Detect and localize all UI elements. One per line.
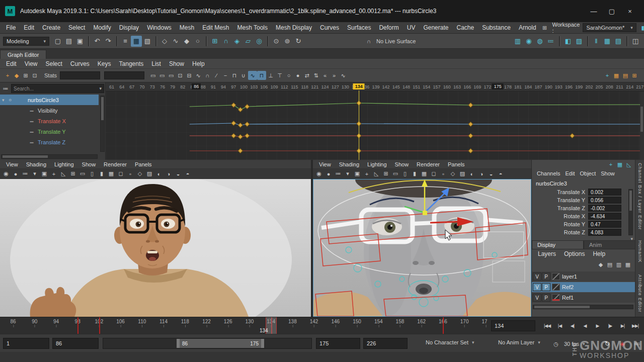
bookmarks-icon[interactable]: ▾ bbox=[30, 169, 39, 178]
playback-end-field[interactable] bbox=[316, 338, 360, 349]
texture-view-icon[interactable]: ▨ bbox=[574, 36, 585, 47]
menu-item[interactable]: Generate bbox=[419, 24, 452, 31]
break-tangents-icon[interactable]: ⊥ bbox=[266, 71, 275, 80]
snap-to-plane-icon[interactable]: ▱ bbox=[243, 36, 254, 47]
spline-tangent-icon[interactable]: ∿ bbox=[194, 71, 203, 80]
menu-item[interactable]: Mesh bbox=[176, 24, 198, 31]
menu-item[interactable]: Edit bbox=[20, 24, 38, 31]
textured-icon[interactable]: ◑ bbox=[477, 169, 486, 178]
animation-preferences-icon[interactable]: ≔ bbox=[632, 338, 643, 349]
viewport-menu-item[interactable]: Show bbox=[78, 161, 100, 167]
region-scale-icon[interactable]: ▭ bbox=[157, 71, 167, 80]
go-to-end-button[interactable]: ▶▶| bbox=[629, 320, 641, 331]
layer-visibility-toggle[interactable]: V bbox=[533, 273, 541, 281]
pin-channel-icon[interactable]: + bbox=[603, 71, 612, 80]
render-view-icon[interactable]: ▥ bbox=[512, 36, 523, 47]
new-scene-icon[interactable]: ▢ bbox=[52, 36, 63, 47]
trax-editor-icon[interactable]: ▤ bbox=[621, 71, 630, 80]
mute-toggle-icon[interactable]: ▬ bbox=[26, 109, 38, 112]
menu-item[interactable]: Surfaces bbox=[343, 24, 375, 31]
right-viewport-canvas[interactable] bbox=[313, 179, 531, 317]
open-scene-icon[interactable]: ▤ bbox=[63, 36, 74, 47]
channel-value-field[interactable]: -0.002 bbox=[588, 205, 621, 212]
layer-playback-toggle[interactable]: P bbox=[542, 273, 550, 281]
redo-icon[interactable]: ↷ bbox=[103, 36, 114, 47]
menu-item[interactable]: UV bbox=[403, 24, 420, 31]
graph-editor-tab[interactable]: Graph Editor bbox=[0, 50, 46, 59]
safe-title-icon[interactable]: ▫ bbox=[439, 169, 448, 178]
viewport-menu-item[interactable]: Show bbox=[391, 161, 413, 167]
buffer-snapshot-icon[interactable]: ⇅ bbox=[311, 71, 320, 80]
live-surface-dropdown[interactable]: ∩ No Live Surface bbox=[364, 37, 416, 46]
play-forwards-button[interactable]: ▶ bbox=[592, 320, 603, 331]
timeline-strip[interactable]: 8690949810210611011411812212613013413814… bbox=[0, 317, 487, 334]
two-d-pan-zoom-icon[interactable]: + bbox=[49, 169, 58, 178]
character-set-dropdown[interactable]: No Character Set ▾ bbox=[426, 339, 474, 345]
go-to-start-button[interactable]: |◀◀ bbox=[541, 320, 553, 331]
graph-playhead[interactable] bbox=[359, 90, 359, 160]
step-back-frame-button[interactable]: |◀ bbox=[554, 320, 566, 331]
frame-playback-icon[interactable]: ⊟ bbox=[185, 71, 194, 80]
save-scene-icon[interactable]: ▣ bbox=[74, 36, 86, 47]
current-frame-field[interactable] bbox=[491, 320, 535, 331]
bookmarks-icon[interactable]: ▾ bbox=[343, 169, 352, 178]
tree-row[interactable]: ▬ Translate Y bbox=[0, 126, 99, 137]
viewport-menu-item[interactable]: Panels bbox=[444, 161, 469, 167]
inputs-icon[interactable]: ⊙ bbox=[271, 36, 282, 47]
sidebar-vertical-tab[interactable]: HumanIK bbox=[637, 240, 642, 263]
mask-curves-icon[interactable]: ∿ bbox=[170, 36, 181, 47]
lock-camera-icon[interactable]: ● bbox=[11, 169, 20, 178]
field-chart-icon[interactable]: ▦ bbox=[107, 169, 116, 178]
step-back-key-button[interactable]: ◀| bbox=[567, 320, 578, 331]
playback-loop-icon[interactable]: ↻ bbox=[602, 338, 613, 349]
viewport-menu-item[interactable]: Renderer bbox=[413, 161, 444, 167]
layer-horizontal-scrollbar[interactable] bbox=[533, 305, 633, 309]
maximize-button[interactable]: ▢ bbox=[603, 4, 621, 19]
channel-row[interactable]: Translate Y 0.056 bbox=[532, 196, 627, 204]
range-slider-handle[interactable]: 86 175 bbox=[177, 339, 264, 348]
left-viewport-canvas[interactable] bbox=[0, 179, 311, 317]
layer-color-swatch[interactable] bbox=[552, 294, 560, 301]
pause-icon[interactable]: ‖ bbox=[591, 36, 602, 47]
viewport-menu-item[interactable]: View bbox=[2, 161, 22, 167]
film-gate-icon[interactable]: ▭ bbox=[78, 169, 87, 178]
two-d-pan-zoom-icon[interactable]: + bbox=[362, 169, 371, 178]
time-editor-icon[interactable]: ⊞ bbox=[630, 71, 639, 80]
mute-toggle-icon[interactable]: ▬ bbox=[26, 140, 38, 144]
channel-row[interactable]: Rotate Z 4.083 bbox=[532, 228, 627, 236]
layer-color-swatch[interactable] bbox=[552, 273, 560, 280]
grease-pencil-icon[interactable]: ◺ bbox=[372, 169, 381, 178]
step-forward-frame-button[interactable]: ▶| bbox=[617, 320, 628, 331]
viewport-menu-item[interactable]: View bbox=[315, 161, 335, 167]
grease-pencil-icon[interactable]: ◺ bbox=[59, 169, 68, 178]
channel-box-menu-item[interactable]: Channels bbox=[535, 170, 562, 176]
channel-object-name[interactable]: nurbsCircle3 bbox=[532, 179, 635, 188]
wireframe-on-shaded-icon[interactable]: ◐ bbox=[154, 169, 164, 178]
graph-menu-item[interactable]: Curves bbox=[66, 60, 94, 67]
graph-menu-item[interactable]: Keys bbox=[94, 60, 115, 67]
layer-row[interactable]: V P Ref1 bbox=[532, 293, 635, 303]
channel-row[interactable]: Rotate Y 0.47 bbox=[532, 220, 627, 228]
unify-tangents-icon[interactable]: ⊤ bbox=[275, 71, 284, 80]
channel-scrollbar[interactable] bbox=[628, 189, 633, 235]
channel-box-menu-item[interactable]: Object bbox=[578, 170, 598, 176]
shadows-toggle-icon[interactable]: ◓ bbox=[183, 169, 192, 178]
outputs-icon[interactable]: ⊚ bbox=[282, 36, 293, 47]
play-backwards-button[interactable]: ◀ bbox=[579, 320, 591, 331]
tree-row[interactable]: ▬ Translate Z bbox=[0, 137, 99, 147]
snap-to-point-icon[interactable]: ◈ bbox=[231, 36, 243, 47]
image-plane-icon[interactable]: ▣ bbox=[40, 169, 49, 178]
menu-item[interactable]: Arnold bbox=[515, 24, 540, 31]
safe-action-icon[interactable]: ◻ bbox=[429, 169, 438, 178]
tree-row[interactable]: ▬ Translate X bbox=[0, 116, 99, 126]
gate-mask-icon[interactable]: ▮ bbox=[410, 169, 419, 178]
step-tangent-icon[interactable]: ⊓ bbox=[230, 71, 239, 80]
image-plane-icon[interactable]: ▣ bbox=[353, 169, 362, 178]
layer-row[interactable]: V P Ref2 bbox=[532, 282, 635, 292]
menu-item[interactable]: Curves bbox=[316, 24, 343, 31]
select-by-hierarchy-icon[interactable]: ≡ bbox=[120, 36, 131, 47]
plateau-tangent-icon[interactable]: ∪ bbox=[239, 71, 248, 80]
make-live-icon[interactable]: ◎ bbox=[254, 36, 265, 47]
xray-icon[interactable]: ▨ bbox=[145, 169, 154, 178]
menu-item[interactable]: Substance bbox=[478, 24, 515, 31]
